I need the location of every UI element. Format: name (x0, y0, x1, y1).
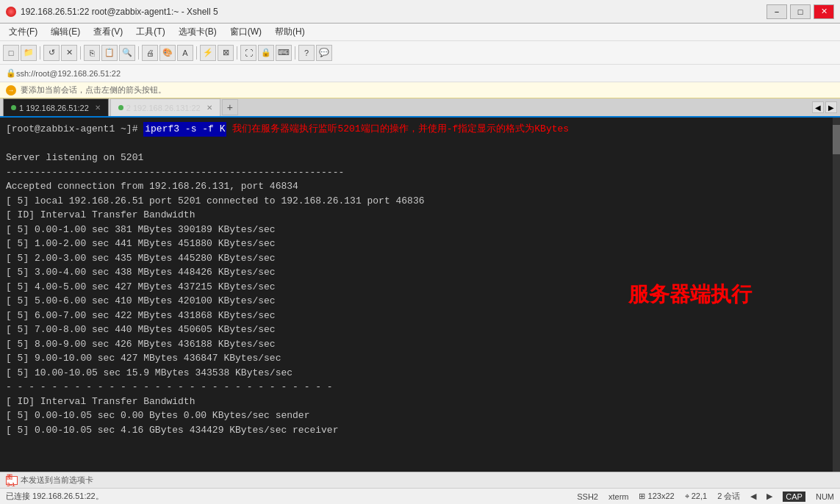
copy-button[interactable]: ⎘ (84, 45, 100, 61)
status-next-session[interactable]: ▶ (767, 492, 772, 501)
tab-1[interactable]: 1 192.168.26.51:22 ✕ (3, 98, 109, 116)
status-prev-session[interactable]: ◀ (750, 492, 756, 501)
menu-edit[interactable]: 编辑(E) (45, 24, 86, 40)
terminal-line-12: [ 5] 6.00-7.00 sec 422 MBytes 431868 KBy… (6, 309, 830, 323)
info-text: 要添加当前会话，点击左侧的箭头按钮。 (21, 84, 166, 96)
maximize-button[interactable]: □ (790, 4, 811, 19)
app-icon (6, 7, 16, 17)
bottom-info-bar: 图3-1 本发送到当前选项卡 (0, 472, 840, 488)
terminal-line-5: [ ID] Interval Transfer Bandwidth (6, 208, 830, 223)
menu-help[interactable]: 帮助(H) (269, 24, 311, 40)
tabs-next-arrow[interactable]: ▶ (825, 101, 837, 113)
terminal-line-9: [ 5] 3.00-4.00 sec 438 MBytes 448426 KBy… (6, 265, 830, 280)
find-button[interactable]: 🔍 (119, 45, 135, 61)
main-container: 192.168.26.51:22 root@zabbix-agent1:~ - … (0, 0, 840, 504)
minimize-button[interactable]: − (767, 4, 787, 19)
terminal[interactable]: [root@zabbix-agent1 ~]# iperf3 -s -f K 我… (0, 118, 840, 472)
terminal-line-2: ----------------------------------------… (6, 165, 830, 180)
lock-button[interactable]: 🔒 (258, 45, 274, 61)
tab-2[interactable]: 2 192.168.26.131:22 ✕ (110, 98, 220, 116)
title-bar-left: 192.168.26.51:22 root@zabbix-agent1:~ - … (6, 7, 218, 17)
fullscreen-button[interactable]: ⛶ (240, 45, 256, 61)
terminal-line-20: [ 5] 0.00-10.05 sec 4.16 GBytes 434429 K… (6, 423, 830, 438)
status-bar: 已连接 192.168.26.51:22。 SSH2 xterm ⊞ 123x2… (0, 488, 840, 504)
terminal-line-19: [ 5] 0.00-10.05 sec 0.00 Bytes 0.00 KByt… (6, 408, 830, 423)
terminal-line-18: [ ID] Interval Transfer Bandwidth (6, 395, 830, 409)
tabs-arrows: ◀ ▶ (812, 101, 837, 113)
menu-tabs[interactable]: 选项卡(B) (173, 24, 223, 40)
tab-label-1: 1 192.168.26.51:22 (19, 104, 89, 112)
key-button[interactable]: ⌨ (276, 45, 292, 61)
terminal-line-1: Server listening on 5201 (6, 151, 830, 165)
prompt-text: [root@zabbix-agent1 ~]# (6, 122, 137, 137)
close-button[interactable]: ✕ (814, 4, 834, 19)
annotation-text: 我们在服务器端执行监听5201端口的操作，并使用-f指定显示的格式为KBytes (232, 122, 569, 137)
terminal-line-0 (6, 137, 830, 151)
refresh-button[interactable]: ↺ (43, 45, 60, 61)
terminal-line-16: [ 5] 10.00-10.05 sec 15.9 MBytes 343538 … (6, 366, 830, 381)
terminal-line-11: [ 5] 5.00-6.00 sec 410 MBytes 420100 KBy… (6, 294, 830, 309)
menu-window[interactable]: 窗口(W) (224, 24, 268, 40)
help-button[interactable]: ? (298, 45, 315, 61)
terminal-line-8: [ 5] 2.00-3.00 sec 435 MBytes 445280 KBy… (6, 251, 830, 266)
bottom-text: 本发送到当前选项卡 (21, 475, 93, 486)
status-num: NUM (816, 492, 834, 501)
print-button[interactable]: 🖨 (142, 45, 158, 61)
terminal-line-17: - - - - - - - - - - - - - - - - - - - - … (6, 380, 830, 395)
command-text: iperf3 -s -f K (143, 122, 226, 137)
terminal-wrapper: [root@zabbix-agent1 ~]# iperf3 -s -f K 我… (0, 118, 840, 472)
bottom-icon: 图3-1 (6, 476, 18, 485)
address-bar: 🔒 ssh://root@192.168.26.51:22 (0, 65, 840, 82)
status-size: ⊞ 123x22 (639, 492, 674, 501)
toolbar-sep-4 (196, 46, 197, 60)
toolbar-sep-6 (295, 46, 295, 60)
paste-button[interactable]: 📋 (101, 45, 118, 61)
tab-label-2: 2 192.168.26.131:22 (126, 104, 201, 112)
scrollbar-thumb[interactable] (833, 125, 840, 154)
prompt-hash (137, 122, 143, 137)
color-button[interactable]: 🎨 (159, 45, 176, 61)
status-sessions: 2 会话 (717, 491, 740, 502)
terminal-line-10: [ 5] 4.00-5.00 sec 427 MBytes 437215 KBy… (6, 280, 830, 295)
open-button[interactable]: 📁 (21, 45, 37, 61)
status-cursor-icon: ⌖ (685, 492, 692, 500)
status-right: SSH2 xterm ⊞ 123x22 ⌖ 22,1 2 会话 ◀ ▶ CAP … (577, 491, 834, 502)
status-left: 已连接 192.168.26.51:22。 (6, 491, 104, 502)
font-button[interactable]: A (177, 45, 193, 61)
terminal-line-13: [ 5] 7.00-8.00 sec 440 MBytes 450605 KBy… (6, 323, 830, 337)
stop-button[interactable]: ✕ (61, 45, 77, 61)
tabs-prev-arrow[interactable]: ◀ (812, 101, 824, 113)
chat-button[interactable]: 💬 (316, 45, 332, 61)
terminal-scrollbar[interactable] (833, 118, 840, 472)
status-connection: 已连接 192.168.26.51:22。 (6, 491, 104, 502)
info-bar: → 要添加当前会话，点击左侧的箭头按钮。 (0, 82, 840, 98)
menu-bar: 文件(F) 编辑(E) 查看(V) 工具(T) 选项卡(B) 窗口(W) 帮助(… (0, 24, 840, 41)
address-text: ssh://root@192.168.26.51:22 (16, 69, 121, 78)
info-icon: → (6, 85, 16, 96)
tab-close-2[interactable]: ✕ (207, 104, 212, 112)
title-bar: 192.168.26.51:22 root@zabbix-agent1:~ - … (0, 0, 840, 24)
terminal-line-15: [ 5] 9.00-10.00 sec 427 MBytes 436847 KB… (6, 351, 830, 366)
connect-button[interactable]: ⚡ (200, 45, 216, 61)
terminal-line-7: [ 5] 1.00-2.00 sec 441 MBytes 451880 KBy… (6, 237, 830, 251)
tab-dot-2 (118, 105, 123, 110)
toolbar: □ 📁 ↺ ✕ ⎘ 📋 🔍 🖨 🎨 A ⚡ ⊠ ⛶ 🔒 ⌨ ? 💬 (0, 41, 840, 65)
terminal-line-14: [ 5] 8.00-9.00 sec 426 MBytes 436188 KBy… (6, 337, 830, 352)
toolbar-sep-5 (237, 46, 237, 60)
status-ssh: SSH2 (577, 492, 598, 501)
disconnect-button[interactable]: ⊠ (218, 45, 234, 61)
menu-file[interactable]: 文件(F) (3, 24, 43, 40)
new-button[interactable]: □ (3, 45, 19, 61)
prompt-line: [root@zabbix-agent1 ~]# iperf3 -s -f K 我… (6, 122, 830, 137)
terminal-line-4: [ 5] local 192.168.26.51 port 5201 conne… (6, 194, 830, 209)
window-title: 192.168.26.51:22 root@zabbix-agent1:~ - … (21, 7, 218, 17)
status-cap: CAP (783, 492, 805, 502)
tab-close-1[interactable]: ✕ (95, 104, 101, 112)
toolbar-sep-1 (40, 46, 40, 60)
add-tab-button[interactable]: + (222, 99, 238, 115)
status-xterm: xterm (609, 492, 629, 501)
menu-tools[interactable]: 工具(T) (130, 24, 170, 40)
menu-view[interactable]: 查看(V) (87, 24, 129, 40)
status-cursor: ⌖ 22,1 (685, 492, 707, 501)
address-icon: 🔒 (6, 68, 16, 78)
